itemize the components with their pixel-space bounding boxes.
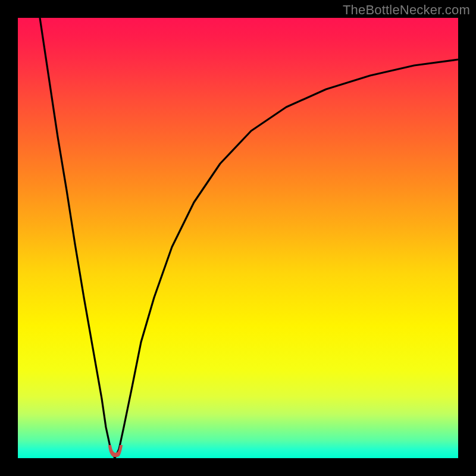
- bottleneck-curve: [18, 18, 458, 458]
- watermark-text: TheBottleNecker.com: [343, 2, 470, 18]
- optimal-marker-shape: [108, 445, 123, 457]
- optimal-marker: [107, 444, 124, 458]
- curve-path: [40, 18, 458, 458]
- chart-plot-area: [18, 18, 458, 458]
